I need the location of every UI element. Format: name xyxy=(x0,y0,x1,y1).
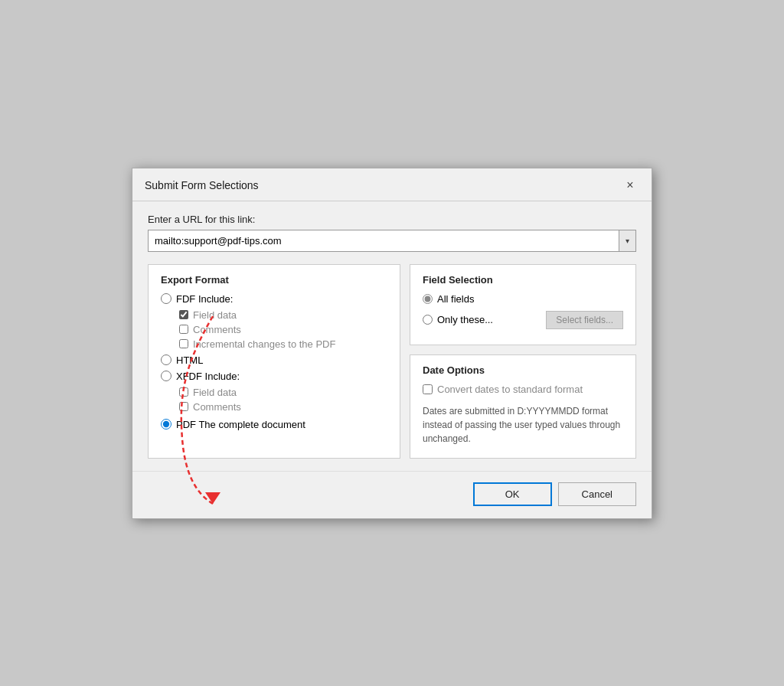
date-options-title: Date Options xyxy=(423,364,623,376)
only-these-row: Only these... Select fields... xyxy=(423,311,623,329)
close-button[interactable]: × xyxy=(621,176,639,194)
fdf-incremental-label: Incremental changes to the PDF xyxy=(193,338,335,350)
fdf-comments-checkbox[interactable] xyxy=(179,325,188,334)
fdf-incremental-checkbox[interactable] xyxy=(179,339,188,348)
only-these-radio[interactable] xyxy=(423,315,433,325)
xfdf-option-row: XFDF Include: xyxy=(161,371,387,382)
fdf-fielddata-label: Field data xyxy=(193,309,237,321)
cancel-button[interactable]: Cancel xyxy=(558,482,636,506)
fdf-incremental-row: Incremental changes to the PDF xyxy=(179,338,387,350)
fdf-fielddata-row: Field data xyxy=(179,309,387,321)
pdf-label: PDF The complete document xyxy=(176,419,305,430)
xfdf-comments-row: Comments xyxy=(179,401,387,413)
xfdf-comments-label: Comments xyxy=(193,401,241,413)
fdf-fielddata-checkbox[interactable] xyxy=(179,310,188,319)
xfdf-radio[interactable] xyxy=(161,371,172,381)
all-fields-radio[interactable] xyxy=(423,294,433,304)
url-input[interactable] xyxy=(149,230,619,251)
xfdf-comments-checkbox[interactable] xyxy=(179,402,188,411)
dialog-title: Submit Form Selections xyxy=(145,179,259,191)
field-selection-title: Field Selection xyxy=(423,274,623,286)
submit-form-dialog: Submit Form Selections × Enter a URL for… xyxy=(132,168,652,519)
convert-dates-row: Convert dates to standard format xyxy=(423,384,623,395)
right-panels: Field Selection All fields Only these...… xyxy=(410,264,636,459)
html-label: HTML xyxy=(176,354,203,366)
convert-dates-checkbox[interactable] xyxy=(423,384,433,394)
pdf-option-row: PDF The complete document xyxy=(161,419,387,430)
fdf-radio[interactable] xyxy=(161,293,172,304)
field-selection-panel: Field Selection All fields Only these...… xyxy=(410,264,636,345)
select-fields-button[interactable]: Select fields... xyxy=(546,311,623,329)
export-format-title: Export Format xyxy=(161,274,387,286)
fdf-option-row: FDF Include: xyxy=(161,293,387,305)
date-info-text: Dates are submitted in D:YYYYMMDD format… xyxy=(423,401,623,449)
fdf-comments-row: Comments xyxy=(179,324,387,335)
xfdf-label: XFDF Include: xyxy=(176,371,240,382)
xfdf-fielddata-label: Field data xyxy=(193,387,237,398)
fdf-label: FDF Include: xyxy=(176,293,233,305)
pdf-radio[interactable] xyxy=(161,419,172,430)
url-label: Enter a URL for this link: xyxy=(148,214,636,225)
dialog-body: Enter a URL for this link: ▾ Export Form… xyxy=(132,201,652,471)
url-dropdown-button[interactable]: ▾ xyxy=(619,230,635,251)
url-section: Enter a URL for this link: ▾ xyxy=(148,214,636,252)
date-options-panel: Date Options Convert dates to standard f… xyxy=(410,354,636,459)
only-these-label: Only these... xyxy=(437,314,540,325)
all-fields-label: All fields xyxy=(437,293,623,305)
export-format-panel: Export Format FDF Include: Field data Co… xyxy=(148,264,400,459)
html-radio[interactable] xyxy=(161,354,172,365)
xfdf-fielddata-row: Field data xyxy=(179,387,387,398)
convert-dates-label: Convert dates to standard format xyxy=(437,384,583,395)
dialog-titlebar: Submit Form Selections × xyxy=(132,168,652,201)
html-option-row: HTML xyxy=(161,354,387,366)
xfdf-fielddata-checkbox[interactable] xyxy=(179,387,188,397)
panels-container: Export Format FDF Include: Field data Co… xyxy=(148,264,636,459)
url-input-wrapper: ▾ xyxy=(148,230,636,252)
all-fields-row: All fields xyxy=(423,293,623,305)
ok-button[interactable]: OK xyxy=(473,482,552,506)
bottom-buttons: OK Cancel xyxy=(132,471,652,518)
fdf-comments-label: Comments xyxy=(193,324,241,335)
